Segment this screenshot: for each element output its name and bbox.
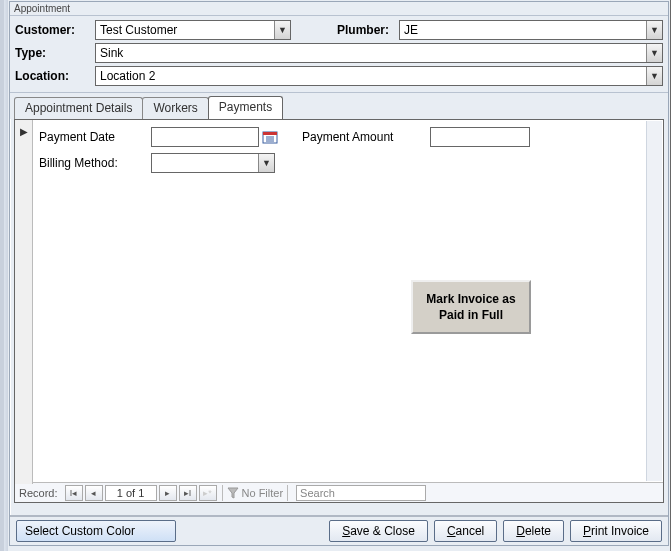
header-form: Customer: ▼ Plumber: ▼ Type: ▼ Location:…	[10, 16, 668, 93]
window-title: Appointment	[10, 2, 668, 16]
nav-first-button[interactable]: I◂	[65, 485, 83, 501]
record-counter: 1 of 1	[105, 485, 157, 501]
chevron-down-icon[interactable]: ▼	[258, 154, 274, 172]
appointment-window: Appointment Customer: ▼ Plumber: ▼ Type:…	[9, 1, 669, 546]
nav-new-button[interactable]: ▸*	[199, 485, 217, 501]
separator	[287, 485, 288, 501]
nav-next-button[interactable]: ▸	[159, 485, 177, 501]
no-filter-text: No Filter	[242, 487, 284, 499]
chevron-down-icon[interactable]: ▼	[274, 21, 290, 39]
mark-paid-button[interactable]: Mark Invoice as Paid in Full	[411, 280, 531, 334]
no-filter-indicator[interactable]: No Filter	[227, 487, 284, 499]
chevron-down-icon[interactable]: ▼	[646, 44, 662, 62]
location-combo[interactable]: ▼	[95, 66, 663, 86]
chevron-down-icon[interactable]: ▼	[646, 67, 662, 85]
delete-button[interactable]: Delete	[503, 520, 564, 542]
record-search-input[interactable]	[296, 485, 426, 501]
record-navigator: Record: I◂ ◂ 1 of 1 ▸ ▸I ▸* No Filter	[15, 482, 663, 502]
billing-method-input[interactable]	[152, 154, 258, 172]
customer-input[interactable]	[96, 21, 274, 39]
print-invoice-button[interactable]: Print Invoice	[570, 520, 662, 542]
payments-tab-content: Payment Date Payment Amount Billing Meth…	[15, 120, 663, 482]
chevron-down-icon[interactable]: ▼	[646, 21, 662, 39]
plumber-label: Plumber:	[319, 23, 399, 37]
payment-amount-input[interactable]	[430, 127, 530, 147]
tab-workers[interactable]: Workers	[142, 97, 208, 119]
type-combo[interactable]: ▼	[95, 43, 663, 63]
nav-last-button[interactable]: ▸I	[179, 485, 197, 501]
app-left-gutter	[4, 0, 8, 551]
tabs-row: Appointment Details Workers Payments	[10, 93, 668, 119]
record-nav-label: Record:	[19, 487, 58, 499]
vertical-scrollbar[interactable]	[646, 121, 662, 481]
plumber-combo[interactable]: ▼	[399, 20, 663, 40]
customer-label: Customer:	[13, 23, 95, 37]
tab-appointment-details[interactable]: Appointment Details	[14, 97, 143, 119]
billing-method-combo[interactable]: ▼	[151, 153, 275, 173]
svg-rect-1	[263, 132, 277, 135]
type-label: Type:	[13, 46, 95, 60]
payment-date-input[interactable]	[151, 127, 259, 147]
billing-method-label: Billing Method:	[39, 156, 151, 170]
tab-payments[interactable]: Payments	[208, 96, 283, 119]
mark-paid-line1: Mark Invoice as	[413, 292, 529, 308]
location-label: Location:	[13, 69, 95, 83]
tab-body: ▶ Payment Date Payment Amount Billing Me…	[14, 119, 664, 503]
nav-prev-button[interactable]: ◂	[85, 485, 103, 501]
cancel-button[interactable]: Cancel	[434, 520, 497, 542]
footer-bar: Select Custom Color Save & Close Cancel …	[10, 515, 668, 545]
save-close-button[interactable]: Save & Close	[329, 520, 428, 542]
location-input[interactable]	[96, 67, 646, 85]
funnel-icon	[227, 487, 239, 499]
customer-combo[interactable]: ▼	[95, 20, 291, 40]
calendar-icon[interactable]	[262, 129, 278, 145]
type-input[interactable]	[96, 44, 646, 62]
plumber-input[interactable]	[400, 21, 646, 39]
select-custom-color-button[interactable]: Select Custom Color	[16, 520, 176, 542]
payment-date-label: Payment Date	[39, 130, 151, 144]
separator	[222, 485, 223, 501]
payment-amount-label: Payment Amount	[302, 130, 430, 144]
mark-paid-line2: Paid in Full	[413, 308, 529, 324]
